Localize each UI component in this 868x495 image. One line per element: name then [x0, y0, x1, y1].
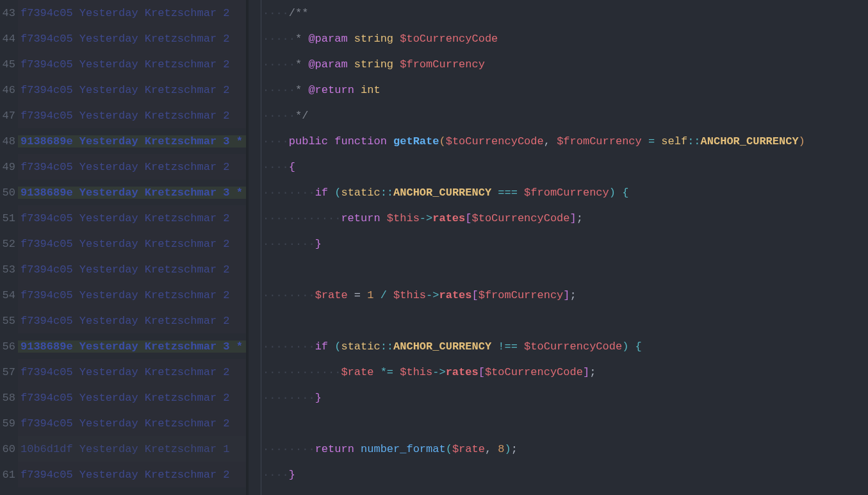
- blame-rev: 2: [223, 110, 229, 122]
- code-line[interactable]: ····/**: [263, 0, 868, 26]
- blame-annotation[interactable]: f7394c05 Yesterday Kretzschmar 2: [18, 84, 246, 96]
- blame-annotation[interactable]: f7394c05 Yesterday Kretzschmar 2: [18, 110, 246, 122]
- token-prop: rates: [432, 212, 465, 224]
- code-line[interactable]: ········}: [263, 385, 868, 410]
- token-plain: [387, 135, 393, 147]
- token-ws: ········: [263, 392, 315, 404]
- code-line[interactable]: ········return number_format($rate, 8);: [263, 436, 868, 462]
- code-line[interactable]: ········}: [263, 231, 868, 256]
- token-const: ANCHOR_CURRENCY: [701, 135, 799, 147]
- code-line[interactable]: ········if (static::ANCHOR_CURRENCY !== …: [263, 333, 868, 359]
- code-line[interactable]: [263, 410, 868, 436]
- blame-annotation[interactable]: f7394c05 Yesterday Kretzschmar 2: [18, 289, 246, 301]
- blame-date: Yesterday: [79, 110, 138, 122]
- gutter-row[interactable]: 59f7394c05 Yesterday Kretzschmar 2: [0, 410, 246, 436]
- token-var: $rate: [452, 443, 485, 455]
- token-ws: ·····: [263, 84, 295, 96]
- code-line[interactable]: ····public function getRate($toCurrencyC…: [263, 128, 868, 154]
- token-brace-m: }: [289, 469, 295, 481]
- blame-rev: 2: [223, 58, 229, 71]
- blame-rev: 2: [223, 7, 229, 19]
- blame-hash: f7394c05: [20, 289, 73, 301]
- gutter-row[interactable]: 43f7394c05 Yesterday Kretzschmar 2: [0, 0, 246, 26]
- gutter-row[interactable]: 55f7394c05 Yesterday Kretzschmar 2: [0, 308, 246, 333]
- blame-annotation[interactable]: f7394c05 Yesterday Kretzschmar 2: [18, 315, 246, 327]
- code-area[interactable]: ····/**·····* @param string $toCurrencyC…: [261, 0, 868, 495]
- code-line[interactable]: [263, 256, 868, 282]
- blame-annotation[interactable]: 10b6d1df Yesterday Kretzschmar 1: [18, 443, 246, 455]
- token-bracket: [: [479, 366, 485, 378]
- gutter-row[interactable]: 44f7394c05 Yesterday Kretzschmar 2: [0, 26, 246, 51]
- code-line[interactable]: ············$rate *= $this->rates[$toCur…: [263, 359, 868, 385]
- blame-annotation[interactable]: f7394c05 Yesterday Kretzschmar 2: [18, 58, 246, 71]
- blame-annotation[interactable]: f7394c05 Yesterday Kretzschmar 2: [18, 469, 246, 481]
- line-number: 47: [0, 110, 18, 122]
- line-number: 58: [0, 392, 18, 404]
- gutter-row[interactable]: 509138689e Yesterday Kretzschmar 3 *: [0, 180, 246, 205]
- gutter-row[interactable]: 569138689e Yesterday Kretzschmar 3 *: [0, 333, 246, 359]
- token-brace-b: ): [609, 187, 616, 199]
- gutter-row[interactable]: 489138689e Yesterday Kretzschmar 3 *: [0, 128, 246, 154]
- blame-date: Yesterday: [79, 443, 138, 455]
- gutter-row[interactable]: 52f7394c05 Yesterday Kretzschmar 2: [0, 231, 246, 256]
- gutter-row[interactable]: 53f7394c05 Yesterday Kretzschmar 2: [0, 256, 246, 282]
- blame-author: Kretzschmar: [145, 7, 217, 19]
- code-line[interactable]: ····{: [263, 154, 868, 180]
- token-op: =: [648, 135, 655, 147]
- blame-annotation[interactable]: 9138689e Yesterday Kretzschmar 3 *: [18, 187, 246, 199]
- token-var: $fromCurrency: [479, 289, 564, 301]
- token-plain: [393, 366, 400, 378]
- token-var: $fromCurrency: [524, 187, 609, 199]
- blame-rev: 2: [223, 315, 229, 327]
- token-ws: ·····: [263, 58, 295, 71]
- blame-annotation[interactable]: 9138689e Yesterday Kretzschmar 3 *: [18, 135, 246, 147]
- gutter-row[interactable]: 47f7394c05 Yesterday Kretzschmar 2: [0, 103, 246, 128]
- code-line[interactable]: ········if (static::ANCHOR_CURRENCY === …: [263, 180, 868, 205]
- token-ws: ····: [263, 135, 289, 147]
- token-doctype: string: [354, 33, 393, 45]
- blame-date: Yesterday: [79, 417, 138, 430]
- gutter-row[interactable]: 61f7394c05 Yesterday Kretzschmar 2: [0, 462, 246, 487]
- gutter-row[interactable]: 45f7394c05 Yesterday Kretzschmar 2: [0, 51, 246, 77]
- gutter-row[interactable]: 58f7394c05 Yesterday Kretzschmar 2: [0, 385, 246, 410]
- blame-annotation[interactable]: f7394c05 Yesterday Kretzschmar 2: [18, 7, 246, 19]
- token-semi: ;: [511, 443, 518, 455]
- code-line[interactable]: ········$rate = 1 / $this->rates[$fromCu…: [263, 282, 868, 308]
- token-doctag: @param: [308, 58, 347, 71]
- token-comment: *: [295, 58, 308, 71]
- blame-date: Yesterday: [79, 212, 138, 224]
- code-line[interactable]: ·····* @return int: [263, 77, 868, 103]
- code-line[interactable]: ·····* @param string $toCurrencyCode: [263, 26, 868, 51]
- blame-author: Kretzschmar: [145, 443, 217, 455]
- token-plain: [387, 289, 393, 301]
- blame-annotation[interactable]: f7394c05 Yesterday Kretzschmar 2: [18, 212, 246, 224]
- line-number: 57: [0, 366, 18, 378]
- blame-hash: 9138689e: [20, 135, 73, 147]
- blame-author: Kretzschmar: [145, 161, 217, 173]
- line-number: 49: [0, 161, 18, 173]
- code-line[interactable]: ·····*/: [263, 103, 868, 128]
- blame-annotation[interactable]: f7394c05 Yesterday Kretzschmar 2: [18, 161, 246, 173]
- code-line[interactable]: ············return $this->rates[$toCurre…: [263, 205, 868, 231]
- token-doctag: @return: [308, 84, 354, 96]
- token-num: 1: [367, 289, 373, 301]
- token-func: number_format: [361, 443, 446, 455]
- blame-annotation[interactable]: f7394c05 Yesterday Kretzschmar 2: [18, 392, 246, 404]
- gutter-row[interactable]: 49f7394c05 Yesterday Kretzschmar 2: [0, 154, 246, 180]
- blame-annotation[interactable]: f7394c05 Yesterday Kretzschmar 2: [18, 366, 246, 378]
- gutter-row[interactable]: 6010b6d1df Yesterday Kretzschmar 1: [0, 436, 246, 462]
- gutter-row[interactable]: 54f7394c05 Yesterday Kretzschmar 2: [0, 282, 246, 308]
- blame-annotation[interactable]: 9138689e Yesterday Kretzschmar 3 *: [18, 340, 246, 353]
- code-line[interactable]: ····}: [263, 462, 868, 487]
- blame-author: Kretzschmar: [145, 417, 217, 430]
- token-brace-b: {: [635, 340, 642, 353]
- code-line[interactable]: [263, 308, 868, 333]
- code-line[interactable]: ·····* @param string $fromCurrency: [263, 51, 868, 77]
- blame-annotation[interactable]: f7394c05 Yesterday Kretzschmar 2: [18, 238, 246, 250]
- blame-annotation[interactable]: f7394c05 Yesterday Kretzschmar 2: [18, 33, 246, 45]
- gutter-row[interactable]: 57f7394c05 Yesterday Kretzschmar 2: [0, 359, 246, 385]
- gutter-row[interactable]: 46f7394c05 Yesterday Kretzschmar 2: [0, 77, 246, 103]
- blame-annotation[interactable]: f7394c05 Yesterday Kretzschmar 2: [18, 264, 246, 276]
- gutter-row[interactable]: 51f7394c05 Yesterday Kretzschmar 2: [0, 205, 246, 231]
- blame-annotation[interactable]: f7394c05 Yesterday Kretzschmar 2: [18, 417, 246, 430]
